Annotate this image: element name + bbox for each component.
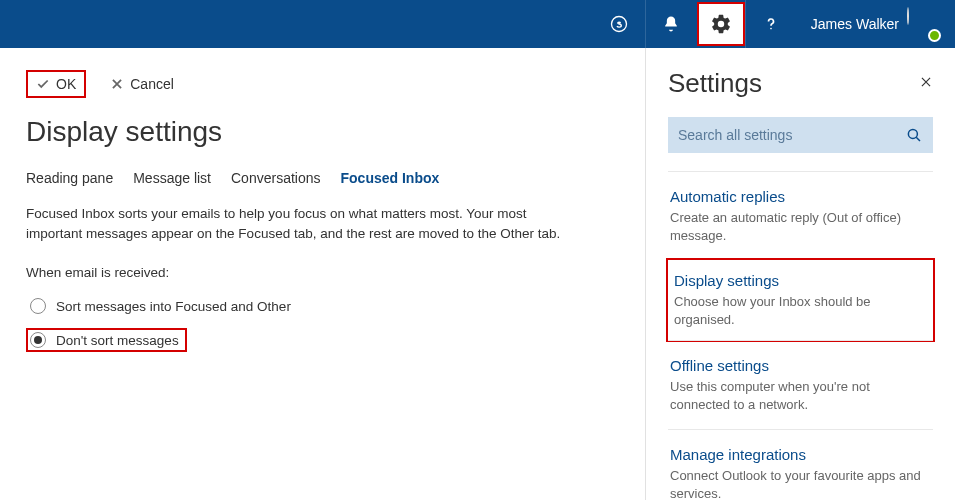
gear-icon bbox=[710, 13, 732, 35]
radio-icon bbox=[30, 298, 46, 314]
settings-search[interactable] bbox=[668, 117, 933, 153]
radio-group: Sort messages into Focused and OtherDon'… bbox=[26, 294, 619, 362]
close-icon bbox=[110, 77, 124, 91]
radio-label: Don't sort messages bbox=[56, 333, 179, 348]
search-input[interactable] bbox=[678, 127, 905, 143]
main-panel: OK Cancel Display settings Reading paneM… bbox=[0, 48, 645, 500]
presence-badge bbox=[928, 29, 941, 42]
help-icon bbox=[761, 14, 781, 34]
settings-item-offline-settings[interactable]: Offline settingsUse this computer when y… bbox=[668, 340, 933, 429]
help-button[interactable] bbox=[745, 0, 797, 48]
settings-item-manage-integrations[interactable]: Manage integrationsConnect Outlook to yo… bbox=[668, 429, 933, 500]
skype-button[interactable] bbox=[593, 0, 645, 48]
check-icon bbox=[36, 77, 50, 91]
radio-icon bbox=[30, 332, 46, 348]
avatar bbox=[907, 8, 939, 40]
radio-option-1[interactable]: Don't sort messages bbox=[26, 328, 187, 352]
ok-label: OK bbox=[56, 76, 76, 92]
close-icon bbox=[919, 75, 933, 89]
settings-item-desc: Use this computer when you're not connec… bbox=[670, 378, 933, 413]
settings-panel: Settings Automatic repliesCreate an auto… bbox=[645, 48, 955, 500]
svg-point-2 bbox=[908, 129, 917, 138]
tab-focused-inbox[interactable]: Focused Inbox bbox=[341, 170, 440, 186]
settings-button[interactable] bbox=[697, 2, 745, 46]
tab-description: Focused Inbox sorts your emails to help … bbox=[26, 204, 586, 243]
notifications-button[interactable] bbox=[645, 0, 697, 48]
ok-button[interactable]: OK bbox=[26, 70, 86, 98]
user-menu[interactable]: James Walker bbox=[797, 8, 947, 40]
tab-conversations[interactable]: Conversations bbox=[231, 170, 321, 186]
received-label: When email is received: bbox=[26, 265, 619, 280]
settings-item-title: Display settings bbox=[674, 272, 927, 289]
topbar: James Walker bbox=[0, 0, 955, 48]
settings-item-desc: Choose how your Inbox should be organise… bbox=[674, 293, 927, 328]
radio-option-0[interactable]: Sort messages into Focused and Other bbox=[26, 294, 619, 318]
settings-title: Settings bbox=[668, 68, 762, 99]
settings-item-title: Automatic replies bbox=[670, 188, 933, 205]
search-icon bbox=[905, 126, 923, 144]
tab-row: Reading paneMessage listConversationsFoc… bbox=[26, 170, 619, 186]
settings-list: Automatic repliesCreate an automatic rep… bbox=[668, 171, 933, 500]
page-title: Display settings bbox=[26, 116, 619, 148]
skype-icon bbox=[609, 14, 629, 34]
bell-icon bbox=[661, 14, 681, 34]
settings-item-title: Manage integrations bbox=[670, 446, 933, 463]
settings-item-automatic-replies[interactable]: Automatic repliesCreate an automatic rep… bbox=[668, 171, 933, 260]
cancel-label: Cancel bbox=[130, 76, 174, 92]
close-panel-button[interactable] bbox=[919, 73, 933, 94]
settings-item-title: Offline settings bbox=[670, 357, 933, 374]
settings-item-desc: Create an automatic reply (Out of office… bbox=[670, 209, 933, 244]
username-label: James Walker bbox=[811, 16, 899, 32]
tab-message-list[interactable]: Message list bbox=[133, 170, 211, 186]
settings-item-display-settings[interactable]: Display settingsChoose how your Inbox sh… bbox=[666, 258, 935, 342]
settings-item-desc: Connect Outlook to your favourite apps a… bbox=[670, 467, 933, 500]
svg-point-1 bbox=[770, 28, 772, 30]
tab-reading-pane[interactable]: Reading pane bbox=[26, 170, 113, 186]
radio-label: Sort messages into Focused and Other bbox=[56, 299, 291, 314]
cancel-button[interactable]: Cancel bbox=[100, 70, 184, 98]
